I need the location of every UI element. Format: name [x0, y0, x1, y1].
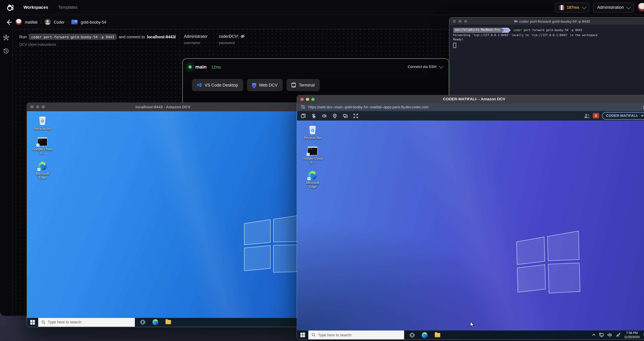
agent-row: main 12ms Connect via SSH: [183, 59, 449, 70]
terminal-command: coder port-forward gold-booby-54 -p 8443: [514, 28, 582, 32]
user-avatar[interactable]: [638, 3, 644, 12]
desktop-icon-recycle-bin[interactable]: ♻ Recycle Bin: [32, 115, 53, 130]
windows-start-icon: [300, 333, 305, 337]
app-button-label: Web DCV: [259, 83, 278, 87]
svg-text:♻: ♻: [40, 118, 44, 124]
mic-off-icon[interactable]: [311, 113, 316, 118]
clock-date: 11/20/2024: [624, 335, 640, 339]
task-view-button[interactable]: [136, 318, 149, 326]
svg-text:♻: ♻: [311, 128, 314, 133]
folder-icon: [514, 20, 518, 23]
tab-templates[interactable]: Templates: [58, 5, 78, 10]
pen-icon[interactable]: [616, 333, 621, 337]
desktop-icon-recycle-bin[interactable]: ♻ Recycle Bin: [302, 124, 323, 140]
recycle-bin-icon: ♻: [308, 124, 317, 134]
desktop-icon-label: Microsoft Edge: [302, 181, 323, 189]
username-block: Administrator username: [184, 34, 208, 45]
windows-desktop[interactable]: ♻ Recycle Bin ↗ Google Cloud S... ↗: [27, 111, 299, 318]
collaborators-icon[interactable]: [584, 113, 590, 118]
password-value: coderDCV!: [219, 34, 238, 39]
windows-desktop[interactable]: ♻ Recycle Bin ↗ Google Cloud S... ↗: [297, 120, 644, 330]
command-name: coder: [514, 28, 522, 32]
nav-tabs: Workspaces Templates: [24, 5, 78, 10]
window-titlebar[interactable]: localhost:8443 - Amazon DCV: [27, 103, 299, 111]
terminal-output-line: Forwarding 'tcp://127.0.0.1:8443' locall…: [453, 33, 644, 38]
network-display-icon[interactable]: [599, 333, 604, 337]
start-button[interactable]: [297, 330, 308, 340]
tab-workspaces[interactable]: Workspaces: [24, 5, 48, 10]
start-button[interactable]: [27, 318, 38, 326]
recycle-bin-icon: ♻: [38, 115, 47, 125]
username-value: Administrator: [184, 34, 208, 39]
session-menu-label: CODER-MATIFALI-: [606, 114, 638, 118]
desktop-icon-google-cloud[interactable]: ↗ Google Cloud S...: [32, 136, 53, 155]
taskbar-explorer-button[interactable]: [162, 318, 174, 326]
tune-icon[interactable]: [301, 105, 306, 109]
dcv-client-instructions-link[interactable]: DCV client instructions: [19, 42, 176, 46]
administration-button[interactable]: Administration: [593, 2, 634, 12]
search-icon: [312, 333, 316, 337]
session-menu-button[interactable]: CODER-MATIFALI-: [602, 112, 644, 120]
connect-via-ssh-button[interactable]: Connect via SSH: [408, 65, 442, 69]
dcv-toolbar-right: 3 CODER-MATIFALI-: [584, 112, 644, 120]
workspace-sidebar: [0, 29, 12, 316]
back-arrow-icon[interactable]: [6, 19, 12, 25]
task-view-icon: [140, 320, 145, 325]
task-view-button[interactable]: [406, 330, 418, 340]
terminal-body[interactable]: matifali@Atifs-MacBook-Pro ~ coder port-…: [449, 25, 644, 50]
breadcrumb-workspace[interactable]: gold-booby-54: [81, 20, 106, 24]
volume-icon[interactable]: [608, 333, 612, 337]
agent-name: main: [196, 64, 207, 69]
task-view-icon: [410, 332, 414, 338]
shortcut-arrow-icon: ↗: [36, 144, 40, 146]
port-forward-command[interactable]: coder port-forward gold-booby-54 -p 8443: [29, 34, 116, 40]
web-dcv-button[interactable]: Web DCV: [247, 79, 282, 91]
breadcrumb: matifali / Coder / gold-booby-54: [16, 19, 106, 25]
breadcrumb-owner[interactable]: matifali: [25, 20, 37, 24]
taskbar-clock[interactable]: 7:38 PM 11/20/2024: [624, 331, 640, 339]
desktop-icon-google-cloud[interactable]: ↗ Google Cloud S...: [302, 145, 323, 164]
taskbar-search[interactable]: Type here to search: [308, 330, 404, 340]
dcv-toolbar-left: [301, 113, 358, 118]
breadcrumb-template[interactable]: Coder: [54, 20, 64, 24]
latency-button[interactable]: 187ms: [555, 2, 589, 12]
desktop-icon-edge[interactable]: ↗ Microsoft Edge: [302, 170, 323, 189]
resources-topology-icon[interactable]: [3, 34, 9, 41]
chevron-down-icon: [439, 64, 444, 68]
search-placeholder: Type here to search: [48, 320, 81, 324]
volume-icon[interactable]: [322, 113, 327, 118]
history-icon[interactable]: [3, 48, 9, 54]
window-icon[interactable]: [301, 113, 306, 118]
taskbar-edge-button[interactable]: [418, 330, 431, 340]
region-flag-icon: [559, 5, 564, 10]
webcam-icon[interactable]: [332, 113, 337, 118]
url-text[interactable]: https://web-dcv--main--gold-booby-54--ma…: [308, 105, 428, 109]
vscode-desktop-button[interactable]: VS Code Desktop: [192, 79, 243, 91]
desktop-icon-edge[interactable]: ↗ Microsoft Edge: [32, 160, 53, 180]
edge-icon: [422, 332, 428, 338]
coder-logo-icon[interactable]: [6, 3, 14, 12]
dcv-window-localhost: localhost:8443 - Amazon DCV ♻: [26, 102, 300, 327]
taskbar-search[interactable]: Type here to search: [38, 318, 135, 326]
password-label: password: [219, 41, 245, 45]
terminal-titlebar[interactable]: coder port-forward gold-booby-54 -p 8443: [449, 18, 644, 25]
chevron-down-icon: [626, 4, 631, 9]
displays-icon[interactable]: [343, 113, 348, 118]
terminal-output-line: Ready!: [453, 38, 644, 42]
desktop-icon-label: Microsoft Edge: [32, 172, 52, 180]
eye-off-icon[interactable]: [240, 34, 245, 39]
window-title: localhost:8443 - Amazon DCV: [27, 105, 299, 109]
fullscreen-icon[interactable]: [353, 113, 358, 118]
clipboard-icon[interactable]: [643, 104, 644, 110]
command-args: port-forward gold-booby-54 -p 8443: [522, 28, 582, 32]
window-titlebar[interactable]: CODER-MATIFALI- - Amazon DCV: [297, 95, 644, 104]
taskbar-edge-button[interactable]: [149, 318, 162, 326]
notification-center-button[interactable]: 1: [643, 331, 644, 339]
chevron-up-icon[interactable]: [592, 333, 596, 337]
search-icon: [42, 320, 45, 324]
terminal-button[interactable]: Terminal: [286, 79, 320, 91]
template-avatar: [44, 19, 51, 25]
file-explorer-icon: [165, 320, 171, 324]
mouse-cursor: [470, 322, 474, 328]
taskbar-explorer-button[interactable]: [431, 330, 444, 340]
